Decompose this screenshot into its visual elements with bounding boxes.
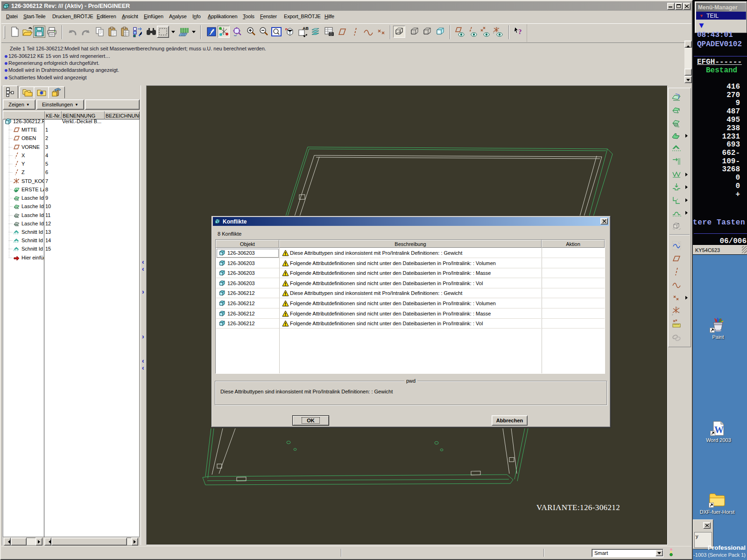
svg-text:v: v xyxy=(677,306,678,309)
svg-text:AB: AB xyxy=(303,26,309,31)
svg-text:z: z xyxy=(493,31,494,34)
svg-text:W: W xyxy=(714,425,724,435)
svg-text:z: z xyxy=(672,313,673,316)
svg-text:?: ? xyxy=(518,28,522,35)
